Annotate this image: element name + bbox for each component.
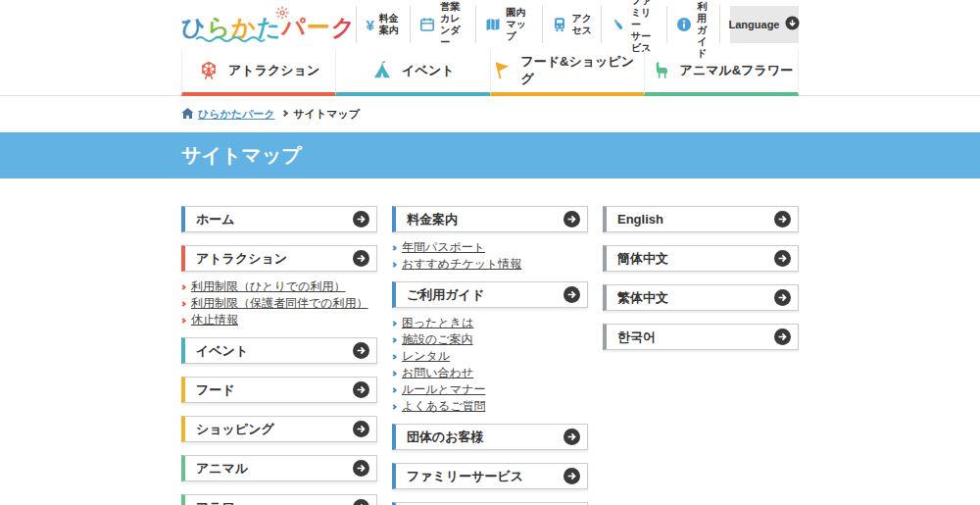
sitemap-sublink[interactable]: ルールとマナー bbox=[392, 381, 588, 398]
utility-item-label: 園内マップ bbox=[506, 7, 532, 42]
circle-right-arrow-icon bbox=[353, 342, 369, 359]
sitemap-box-label: 繁体中文 bbox=[617, 289, 668, 307]
sitemap-box-label: アトラクション bbox=[196, 250, 287, 268]
sitemap-box[interactable]: 団体のお客様 bbox=[392, 424, 588, 450]
sitemap-sublink[interactable]: 利用制限（ひとりでの利用） bbox=[181, 278, 377, 295]
sitemap-box-label: 簡体中文 bbox=[617, 250, 668, 268]
sitemap-sublink-label: 利用制限（ひとりでの利用） bbox=[191, 278, 345, 295]
breadcrumb: ひらかたパーク サイトマップ bbox=[181, 96, 799, 132]
main-nav-wrapper: アトラクションイベントフード&ショッピングアニマル&フラワー bbox=[0, 49, 980, 96]
sitemap-box[interactable]: 簡体中文 bbox=[603, 245, 799, 272]
circle-right-arrow-icon bbox=[564, 211, 580, 227]
main-nav: アトラクションイベントフード&ショッピングアニマル&フラワー bbox=[181, 49, 799, 95]
chevron-right-icon bbox=[391, 387, 397, 393]
sitemap-box[interactable]: English bbox=[603, 206, 799, 232]
utility-item-yen[interactable]: ¥料金案内 bbox=[357, 6, 411, 43]
utility-item-baby-bottle[interactable]: ファミリー サービス bbox=[602, 6, 667, 43]
home-icon bbox=[181, 107, 194, 122]
sitemap-box-label: 料金案内 bbox=[407, 211, 458, 228]
sitemap-box[interactable]: 料金案内 bbox=[392, 206, 588, 232]
train-icon bbox=[552, 17, 567, 32]
header-top-row: ひらかたパーク ¥料金案内営業 カレンダー園内マップアクセスファミリー サービス… bbox=[181, 0, 799, 49]
sitemap-sublink-label: ルールとマナー bbox=[402, 381, 485, 398]
sitemap-sublink-label: 施設のご案内 bbox=[402, 331, 473, 348]
sitemap-sublink-label: お問い合わせ bbox=[402, 365, 473, 381]
sitemap-box-label: 한국어 bbox=[617, 328, 656, 346]
language-button[interactable]: Language bbox=[730, 6, 799, 43]
sitemap-sublink-label: 困ったときは bbox=[402, 315, 473, 331]
sitemap-box[interactable]: ショッピング bbox=[181, 416, 377, 442]
sitemap-sublink[interactable]: 休止情報 bbox=[181, 312, 377, 328]
circle-right-arrow-icon bbox=[353, 211, 369, 227]
wave-underline-icon bbox=[195, 28, 266, 46]
sitemap-box[interactable]: フード bbox=[181, 377, 377, 403]
flag-icon bbox=[491, 60, 513, 81]
sitemap-sublink[interactable]: 利用制限（保護者同伴での利用） bbox=[181, 295, 377, 312]
sitemap-sublink[interactable]: 年間パスポート bbox=[392, 239, 588, 256]
circle-right-arrow-icon bbox=[353, 460, 369, 477]
sitemap-box[interactable]: 한국어 bbox=[603, 324, 799, 350]
circle-right-arrow-icon bbox=[774, 328, 791, 345]
breadcrumb-chevron-icon bbox=[281, 110, 288, 117]
yen-icon: ¥ bbox=[366, 17, 373, 33]
sitemap-box[interactable]: フラワー bbox=[181, 494, 377, 505]
sitemap-box[interactable]: イベント bbox=[181, 337, 377, 364]
sitemap-box[interactable]: 繁体中文 bbox=[603, 284, 799, 311]
utility-item-train[interactable]: アクセス bbox=[543, 6, 603, 43]
calendar-icon bbox=[419, 17, 435, 32]
nav-tab-tent[interactable]: イベント bbox=[335, 49, 489, 96]
nav-tab-label: フード&ショッピング bbox=[521, 53, 644, 88]
circle-right-arrow-icon bbox=[353, 421, 369, 437]
sitemap-box[interactable]: ホーム bbox=[181, 206, 377, 232]
sitemap-box-label: フラワー bbox=[196, 499, 248, 505]
chevron-right-icon bbox=[391, 404, 397, 410]
circle-right-arrow-icon bbox=[564, 429, 580, 445]
nav-tab-ferris-wheel[interactable]: アトラクション bbox=[181, 49, 335, 96]
map-icon bbox=[485, 17, 501, 32]
sitemap-box[interactable]: アニマル bbox=[181, 455, 377, 481]
circle-right-arrow-icon bbox=[353, 381, 369, 398]
chevron-right-icon bbox=[391, 321, 397, 327]
utility-item-info[interactable]: ご利用 ガイド bbox=[667, 6, 720, 43]
sitemap-box[interactable]: ご利用ガイド bbox=[392, 281, 588, 308]
utility-item-map[interactable]: 園内マップ bbox=[476, 6, 542, 43]
nav-tab-label: イベント bbox=[402, 62, 454, 79]
sitemap-box-label: ご利用ガイド bbox=[407, 286, 484, 304]
site-logo[interactable]: ひらかたパーク bbox=[181, 10, 356, 39]
circle-right-arrow-icon bbox=[774, 211, 791, 227]
sitemap-box-label: English bbox=[617, 212, 663, 227]
sitemap-sublink[interactable]: レンタル bbox=[392, 348, 588, 365]
utility-item-calendar[interactable]: 営業 カレンダー bbox=[411, 6, 476, 43]
nav-tab-label: アトラクション bbox=[228, 62, 319, 79]
breadcrumb-home-link[interactable]: ひらかたパーク bbox=[181, 107, 275, 122]
site-header: ひらかたパーク ¥料金案内営業 カレンダー園内マップアクセスファミリー サービス… bbox=[0, 0, 980, 49]
sitemap-columns: ホームアトラクション利用制限（ひとりでの利用）利用制限（保護者同伴での利用）休止… bbox=[181, 178, 799, 505]
chevron-right-icon bbox=[180, 301, 186, 307]
sitemap-sublink-label: レンタル bbox=[402, 348, 450, 365]
sitemap-box[interactable]: ファミリーサービス bbox=[392, 463, 588, 489]
circle-right-arrow-icon bbox=[774, 250, 791, 267]
circle-right-arrow-icon bbox=[564, 286, 580, 303]
sitemap-sublink[interactable]: 施設のご案内 bbox=[392, 331, 588, 348]
utility-item-label: アクセス bbox=[572, 13, 593, 36]
chevron-right-icon bbox=[391, 371, 397, 377]
sitemap-box-label: アニマル bbox=[196, 460, 248, 478]
sitemap-sublink[interactable]: おすすめチケット情報 bbox=[392, 256, 588, 273]
chevron-right-icon bbox=[180, 284, 186, 290]
nav-tab-llama[interactable]: アニマル&フラワー bbox=[644, 49, 799, 96]
nav-tab-flag[interactable]: フード&ショッピング bbox=[490, 49, 644, 96]
sitemap-sublink[interactable]: 困ったときは bbox=[392, 315, 588, 331]
circle-right-arrow-icon bbox=[353, 250, 369, 267]
utility-item-label: 料金案内 bbox=[379, 13, 401, 36]
chevron-right-icon bbox=[391, 245, 397, 251]
sitemap-box[interactable]: アトラクション bbox=[181, 245, 377, 272]
sitemap-sublink-label: おすすめチケット情報 bbox=[402, 256, 521, 273]
sitemap-sublink[interactable]: お問い合わせ bbox=[392, 365, 588, 381]
language-button-label: Language bbox=[729, 19, 780, 30]
sitemap-sublink[interactable]: よくあるご質問 bbox=[392, 398, 588, 415]
sitemap-column-3: English簡体中文繁体中文한국어 bbox=[603, 206, 799, 505]
circle-right-arrow-icon bbox=[774, 289, 791, 306]
breadcrumb-current: サイトマップ bbox=[294, 107, 361, 122]
utility-nav: ¥料金案内営業 カレンダー園内マップアクセスファミリー サービスご利用 ガイド bbox=[356, 6, 720, 43]
sitemap-column-1: ホームアトラクション利用制限（ひとりでの利用）利用制限（保護者同伴での利用）休止… bbox=[181, 206, 377, 505]
